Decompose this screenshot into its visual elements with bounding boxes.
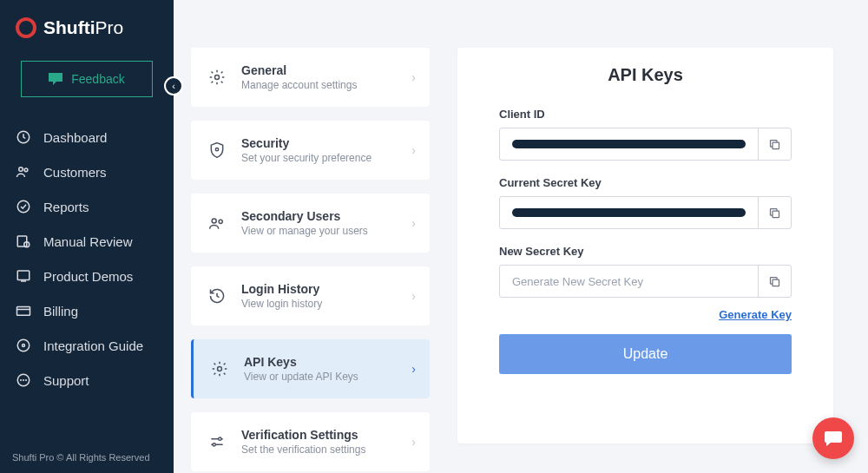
- copy-icon: [768, 275, 781, 288]
- history-icon: [207, 286, 227, 306]
- sidebar-item-product-demos[interactable]: Product Demos: [0, 259, 174, 293]
- settings-card-security[interactable]: Security Set your security preference ›: [191, 121, 430, 180]
- copy-new-secret-button[interactable]: [758, 266, 791, 297]
- svg-point-15: [215, 148, 218, 151]
- current-secret-field: Current Secret Key: [499, 176, 792, 229]
- client-id-field: Client ID: [499, 108, 792, 161]
- client-id-value[interactable]: [500, 135, 758, 154]
- sidebar-item-integration-guide[interactable]: Integration Guide: [0, 328, 174, 363]
- card-subtitle: Manage account settings: [241, 79, 357, 91]
- copyright-footer: Shufti Pro © All Rights Reserved: [0, 442, 174, 473]
- svg-rect-7: [17, 307, 30, 316]
- new-secret-field: New Secret Key Generate New Secret Key: [499, 245, 792, 298]
- sidebar-item-label: Billing: [43, 304, 78, 319]
- current-secret-value[interactable]: [500, 203, 758, 222]
- shield-icon: [207, 140, 227, 161]
- card-subtitle: View login history: [241, 298, 322, 310]
- svg-rect-22: [773, 211, 779, 218]
- generate-key-row: Generate Key: [499, 306, 792, 322]
- sidebar-item-manual-review[interactable]: Manual Review: [0, 224, 174, 259]
- svg-point-13: [26, 380, 27, 381]
- card-title: Security: [241, 136, 372, 150]
- svg-point-19: [219, 437, 221, 440]
- svg-point-20: [213, 443, 215, 446]
- svg-rect-4: [17, 236, 27, 246]
- demo-icon: [16, 268, 31, 284]
- sidebar-item-label: Reports: [43, 200, 89, 214]
- users-icon: [207, 213, 227, 233]
- settings-card-login-history[interactable]: Login History View login history ›: [191, 266, 430, 325]
- svg-rect-6: [17, 271, 30, 280]
- sidebar-item-billing[interactable]: Billing: [0, 293, 174, 328]
- chevron-right-icon: ›: [411, 216, 416, 230]
- svg-point-9: [17, 339, 30, 351]
- new-secret-placeholder: Generate New Secret Key: [512, 275, 643, 288]
- sliders-icon: [207, 431, 227, 452]
- svg-point-14: [215, 76, 220, 80]
- sidebar: ShuftiPro Feedback ‹ Dashboard Customers…: [0, 0, 174, 473]
- current-secret-label: Current Secret Key: [499, 176, 792, 189]
- copy-client-id-button[interactable]: [758, 128, 791, 160]
- credit-card-icon: [16, 303, 31, 319]
- card-subtitle: View or manage your users: [241, 225, 368, 237]
- review-icon: [16, 233, 31, 249]
- settings-card-general[interactable]: General Manage account settings ›: [191, 48, 430, 107]
- chevron-right-icon: ›: [411, 289, 416, 303]
- svg-point-17: [219, 220, 222, 223]
- sidebar-item-label: Customers: [43, 165, 107, 180]
- chevron-right-icon: ›: [411, 435, 416, 449]
- card-title: Verification Settings: [241, 428, 365, 442]
- svg-rect-23: [773, 279, 779, 286]
- support-icon: [16, 372, 31, 388]
- sidebar-item-label: Dashboard: [43, 130, 107, 145]
- feedback-label: Feedback: [71, 72, 124, 86]
- new-secret-label: New Secret Key: [499, 245, 792, 258]
- svg-rect-21: [773, 142, 779, 149]
- sidebar-collapse-button[interactable]: ‹: [164, 76, 183, 95]
- sidebar-item-dashboard[interactable]: Dashboard: [0, 120, 174, 154]
- api-keys-panel: API Keys Client ID Current Secret Key Ne…: [457, 48, 833, 443]
- sidebar-item-label: Integration Guide: [43, 338, 143, 353]
- sidebar-nav: Dashboard Customers Reports Manual Revie…: [0, 120, 174, 397]
- card-title: API Keys: [244, 355, 358, 369]
- svg-point-11: [21, 380, 22, 381]
- svg-point-8: [23, 345, 25, 347]
- svg-point-1: [19, 168, 23, 172]
- settings-card-api-keys[interactable]: API Keys View or update API Keys ›: [191, 339, 430, 398]
- svg-point-16: [212, 219, 216, 223]
- settings-card-secondary-users[interactable]: Secondary Users View or manage your user…: [191, 194, 430, 253]
- sidebar-item-customers[interactable]: Customers: [0, 154, 174, 189]
- sidebar-item-reports[interactable]: Reports: [0, 189, 174, 224]
- gear-icon: [209, 358, 230, 379]
- card-subtitle: Set the verification settings: [241, 443, 365, 456]
- chevron-right-icon: ›: [411, 70, 416, 84]
- chevron-left-icon: ‹: [172, 81, 175, 91]
- sidebar-item-label: Manual Review: [43, 234, 133, 249]
- svg-point-18: [218, 367, 222, 371]
- generate-key-link[interactable]: Generate Key: [719, 308, 792, 321]
- logo-mark-icon: [16, 17, 36, 38]
- card-subtitle: View or update API Keys: [244, 371, 358, 383]
- brand-name: ShuftiPro: [43, 17, 123, 38]
- sidebar-item-label: Support: [43, 373, 89, 388]
- copy-icon: [768, 207, 781, 220]
- chat-icon: [823, 428, 844, 449]
- feedback-button[interactable]: Feedback: [21, 61, 153, 97]
- guide-icon: [16, 338, 31, 353]
- speech-bubble-icon: [49, 73, 62, 85]
- update-button[interactable]: Update: [499, 334, 792, 374]
- settings-list: General Manage account settings › Securi…: [174, 0, 438, 473]
- panel-title: API Keys: [499, 65, 792, 85]
- card-title: Secondary Users: [241, 209, 368, 223]
- settings-card-verification-settings[interactable]: Verification Settings Set the verificati…: [191, 412, 430, 471]
- chevron-right-icon: ›: [411, 362, 416, 376]
- dashboard-icon: [16, 129, 31, 145]
- copy-current-secret-button[interactable]: [758, 197, 791, 228]
- svg-point-3: [17, 200, 30, 213]
- sidebar-item-support[interactable]: Support: [0, 363, 174, 397]
- chat-launcher-button[interactable]: [812, 417, 854, 459]
- new-secret-input[interactable]: Generate New Secret Key: [500, 270, 758, 293]
- copy-icon: [768, 138, 781, 151]
- check-circle-icon: [16, 199, 31, 214]
- sidebar-item-label: Product Demos: [43, 269, 133, 284]
